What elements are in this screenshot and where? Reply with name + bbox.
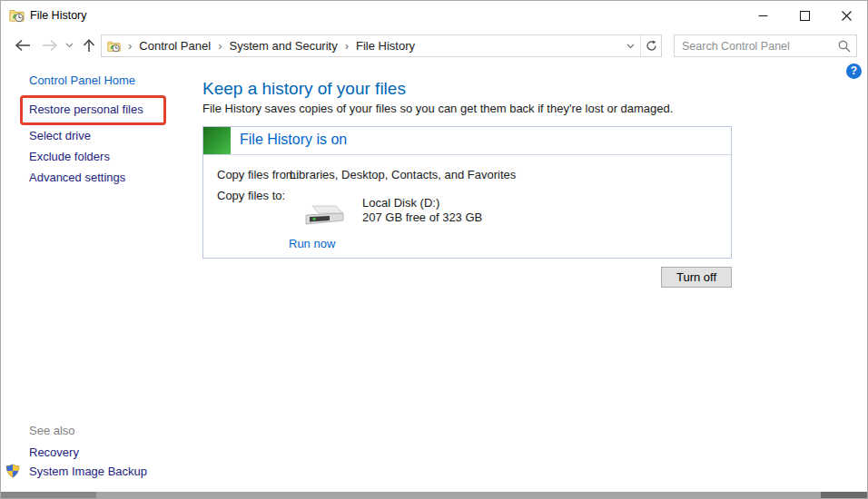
up-button[interactable] bbox=[79, 30, 99, 61]
system-image-backup-label: System Image Backup bbox=[29, 465, 147, 478]
sidebar-item-control-panel-home[interactable]: Control Panel Home bbox=[29, 73, 135, 87]
minimize-button[interactable] bbox=[742, 1, 784, 30]
file-history-window: File History bbox=[0, 0, 868, 499]
status-divider bbox=[203, 154, 731, 155]
sidebar-item-advanced-settings[interactable]: Advanced settings bbox=[29, 171, 125, 184]
hard-drive-icon bbox=[301, 202, 347, 230]
refresh-button[interactable] bbox=[640, 35, 661, 56]
up-arrow-icon bbox=[83, 38, 95, 54]
window-title: File History bbox=[30, 9, 87, 22]
maximize-button[interactable] bbox=[784, 1, 825, 30]
close-button[interactable] bbox=[825, 1, 867, 30]
recent-pages-dropdown[interactable] bbox=[61, 30, 77, 61]
maximize-icon bbox=[800, 11, 810, 21]
breadcrumb-file-history[interactable]: File History bbox=[356, 39, 415, 53]
main-content: ? Keep a history of your files File Hist… bbox=[202, 61, 866, 492]
forward-arrow-icon bbox=[41, 39, 58, 52]
navigation-bar: › Control Panel › System and Security › … bbox=[1, 30, 867, 61]
red-highlight-box: Restore personal files bbox=[20, 95, 166, 125]
breadcrumb-control-panel[interactable]: Control Panel bbox=[139, 39, 211, 53]
chevron-down-icon bbox=[65, 43, 74, 48]
minimize-icon bbox=[758, 11, 768, 21]
search-input[interactable] bbox=[675, 35, 834, 56]
copy-files-from-label: Copy files from: bbox=[217, 168, 299, 181]
page-description: File History saves copies of your files … bbox=[202, 102, 673, 115]
drive-free-space: 207 GB free of 323 GB bbox=[362, 210, 482, 224]
breadcrumb-separator: › bbox=[121, 39, 139, 53]
turn-off-button[interactable]: Turn off bbox=[661, 267, 732, 288]
sidebar-item-select-drive[interactable]: Select drive bbox=[29, 129, 91, 142]
run-now-link[interactable]: Run now bbox=[289, 237, 335, 250]
address-bar[interactable]: › Control Panel › System and Security › … bbox=[101, 34, 662, 57]
close-icon bbox=[842, 11, 852, 21]
sidebar-item-exclude-folders[interactable]: Exclude folders bbox=[29, 150, 110, 163]
file-history-app-icon bbox=[9, 8, 25, 23]
search-icon[interactable] bbox=[838, 40, 851, 53]
see-also-header: See also bbox=[29, 424, 75, 437]
file-history-status-panel: File History is on Copy files from: Libr… bbox=[202, 126, 732, 259]
bottom-edge-strip bbox=[1, 492, 867, 498]
chevron-down-icon bbox=[626, 44, 635, 49]
sidebar-item-system-image-backup[interactable]: System Image Backup bbox=[5, 464, 147, 478]
breadcrumb-system-and-security[interactable]: System and Security bbox=[229, 39, 337, 53]
help-button[interactable]: ? bbox=[846, 64, 862, 79]
bottom-edge-left-segment bbox=[1, 492, 96, 498]
breadcrumb-separator: › bbox=[211, 39, 229, 53]
copy-files-to-label: Copy files to: bbox=[217, 189, 285, 202]
status-on-indicator bbox=[203, 127, 231, 154]
breadcrumb-separator: › bbox=[338, 39, 356, 53]
bottom-edge-right-segment bbox=[821, 492, 867, 498]
copy-files-from-value: Libraries, Desktop, Contacts, and Favori… bbox=[290, 168, 516, 181]
drive-name: Local Disk (D:) bbox=[362, 196, 439, 210]
status-title: File History is on bbox=[240, 132, 347, 148]
uac-shield-icon bbox=[5, 464, 20, 478]
refresh-icon bbox=[646, 40, 657, 52]
file-history-breadcrumb-icon bbox=[107, 40, 121, 53]
title-bar: File History bbox=[1, 1, 867, 30]
forward-button[interactable] bbox=[37, 30, 61, 61]
search-box bbox=[674, 34, 857, 57]
sidebar-item-recovery[interactable]: Recovery bbox=[29, 445, 79, 459]
back-button[interactable] bbox=[10, 30, 35, 61]
address-dropdown-button[interactable] bbox=[620, 35, 640, 56]
sidebar-item-restore-personal-files[interactable]: Restore personal files bbox=[29, 103, 163, 116]
page-title: Keep a history of your files bbox=[202, 79, 406, 99]
sidebar: Control Panel Home Restore personal file… bbox=[1, 61, 202, 492]
back-arrow-icon bbox=[15, 39, 32, 52]
